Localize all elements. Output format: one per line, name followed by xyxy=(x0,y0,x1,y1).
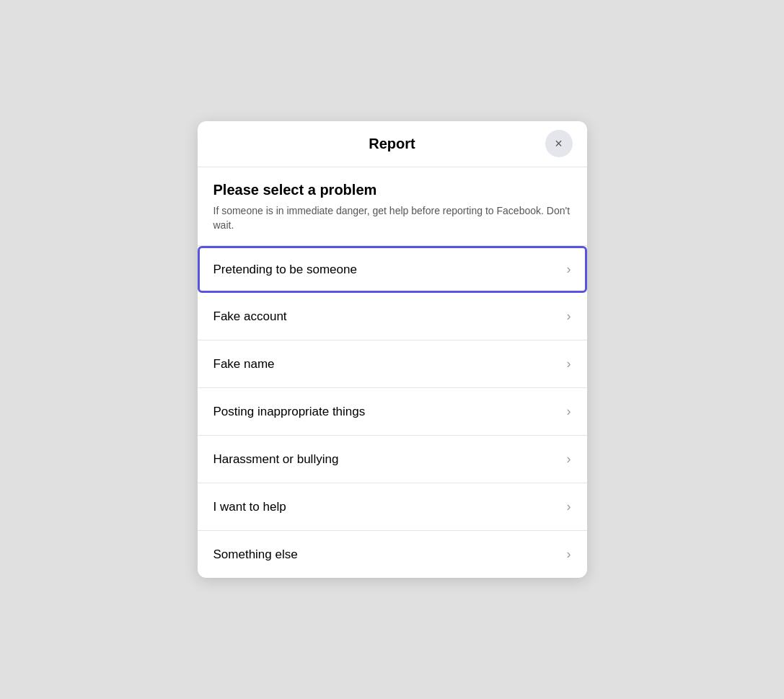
menu-item-fake-name[interactable]: Fake name› xyxy=(198,340,587,388)
chevron-icon-fake-account: › xyxy=(567,309,571,324)
menu-item-label-harassment: Harassment or bullying xyxy=(213,452,339,467)
close-button[interactable]: × xyxy=(545,130,573,157)
menu-item-posting-inappropriate[interactable]: Posting inappropriate things› xyxy=(198,388,587,436)
modal-title: Report xyxy=(369,136,415,152)
menu-item-label-something-else: Something else xyxy=(213,548,298,562)
menu-item-pretending[interactable]: Pretending to be someone› xyxy=(198,246,587,293)
menu-list: Pretending to be someone›Fake account›Fa… xyxy=(198,246,587,578)
menu-item-label-fake-name: Fake name xyxy=(213,357,275,372)
chevron-icon-something-else: › xyxy=(567,547,571,562)
modal-header: Report × xyxy=(198,121,587,167)
chevron-icon-posting-inappropriate: › xyxy=(567,404,571,419)
menu-item-label-want-help: I want to help xyxy=(213,500,286,514)
problem-header: Please select a problem If someone is in… xyxy=(198,167,587,246)
menu-item-fake-account[interactable]: Fake account› xyxy=(198,293,587,340)
report-modal: Report × Please select a problem If some… xyxy=(198,121,587,578)
chevron-icon-pretending: › xyxy=(567,262,571,277)
chevron-icon-fake-name: › xyxy=(567,356,571,372)
chevron-icon-harassment: › xyxy=(567,452,571,467)
menu-item-something-else[interactable]: Something else› xyxy=(198,531,587,578)
menu-item-harassment[interactable]: Harassment or bullying› xyxy=(198,436,587,483)
chevron-icon-want-help: › xyxy=(567,499,571,514)
menu-item-label-pretending: Pretending to be someone xyxy=(213,263,357,277)
menu-item-label-posting-inappropriate: Posting inappropriate things xyxy=(213,405,366,419)
problem-title: Please select a problem xyxy=(213,182,571,198)
menu-item-want-help[interactable]: I want to help› xyxy=(198,483,587,531)
problem-subtitle: If someone is in immediate danger, get h… xyxy=(213,204,571,232)
menu-item-label-fake-account: Fake account xyxy=(213,309,287,324)
modal-body: Please select a problem If someone is in… xyxy=(198,167,587,578)
